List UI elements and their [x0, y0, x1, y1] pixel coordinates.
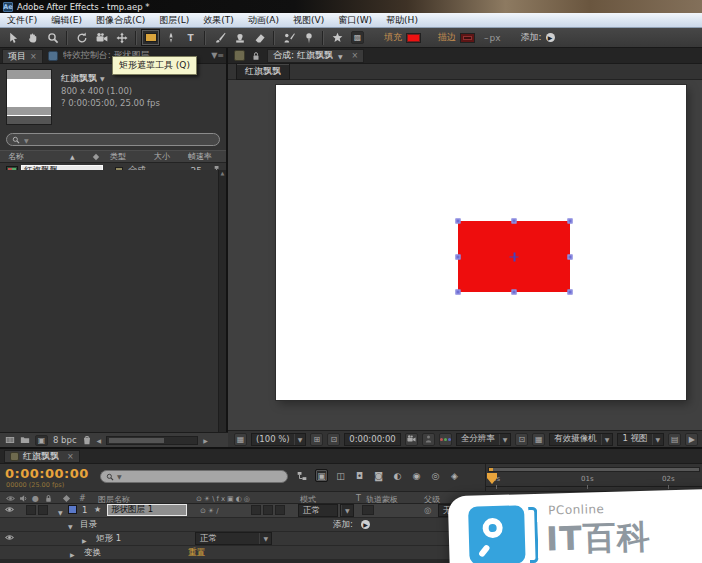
frame-blending-icon[interactable]: ◘	[353, 469, 366, 482]
show-snapshot-icon[interactable]	[422, 433, 435, 446]
rectangle-tool-button[interactable]	[141, 29, 160, 46]
close-icon[interactable]	[352, 51, 359, 60]
pen-tool-button[interactable]	[161, 29, 180, 46]
menu-help[interactable]: 帮助(H)	[379, 13, 425, 27]
rectangle-group-label[interactable]: 矩形 1	[96, 533, 121, 545]
panel-menu-icon[interactable]: ▼≡	[211, 51, 224, 60]
expand-icon[interactable]: ◈	[448, 469, 461, 482]
menu-window[interactable]: 窗口(W)	[331, 13, 379, 27]
add-arrow-icon[interactable]: ▶	[546, 33, 555, 42]
work-area-bar[interactable]	[488, 467, 700, 472]
column-t[interactable]: T	[356, 494, 361, 503]
column-type[interactable]: 类型	[110, 151, 154, 162]
eraser-tool-button[interactable]	[250, 29, 269, 46]
rotate-tool-button[interactable]	[72, 29, 91, 46]
brush-tool-button[interactable]	[210, 29, 229, 46]
column-size[interactable]: 大小	[154, 151, 188, 162]
clone-stamp-tool-button[interactable]	[230, 29, 249, 46]
interpret-footage-icon[interactable]	[5, 435, 15, 445]
mode-switch-box[interactable]	[251, 505, 261, 515]
column-fps[interactable]: 帧速率	[188, 151, 224, 162]
label-column-icon[interactable]	[92, 153, 110, 161]
composition-thumbnail[interactable]	[6, 69, 52, 125]
pickwhip-icon[interactable]: ◎	[424, 505, 431, 515]
roto-brush-tool-button[interactable]	[279, 29, 298, 46]
composition-canvas[interactable]	[276, 85, 686, 400]
timeline-search-box[interactable]: ▼	[100, 470, 288, 483]
contents-label[interactable]: 目录	[80, 519, 97, 531]
target-region-icon[interactable]: ⊡	[515, 433, 528, 446]
always-preview-icon[interactable]: ▦	[234, 433, 247, 446]
close-icon[interactable]	[30, 52, 37, 61]
add-label[interactable]: 添加:	[521, 31, 542, 44]
anchor-point-icon[interactable]	[510, 252, 519, 261]
menu-effect[interactable]: 效果(T)	[196, 13, 241, 27]
menu-edit[interactable]: 编辑(E)	[44, 13, 89, 27]
safe-zones-icon[interactable]: ⊞	[310, 433, 323, 446]
selection-handle[interactable]	[568, 254, 573, 259]
column-index[interactable]: #	[79, 494, 86, 503]
project-horizontal-scrollbar[interactable]	[106, 436, 198, 445]
hand-tool-button[interactable]	[23, 29, 42, 46]
selection-handle[interactable]	[456, 254, 461, 259]
menu-composition[interactable]: 图像合成(C)	[89, 13, 152, 27]
text-tool-button[interactable]: T	[181, 29, 200, 46]
timeline-search-input[interactable]	[125, 472, 265, 482]
workspace-option-button[interactable]: ▩	[348, 29, 367, 46]
layer-mode-dropdown[interactable]: 正常	[298, 504, 338, 517]
red-rectangle-shape[interactable]	[458, 221, 570, 292]
current-timecode[interactable]: 0:00:00:00	[5, 466, 89, 481]
group-expander-icon[interactable]	[82, 535, 87, 545]
solo-icon[interactable]: ●	[32, 494, 39, 503]
transform-label[interactable]: 变换	[84, 547, 101, 559]
mode-dropdown-arrow[interactable]: ▼	[340, 504, 354, 517]
project-search-box[interactable]	[6, 133, 220, 146]
lock-icon[interactable]	[249, 50, 263, 61]
region-of-interest-icon[interactable]: ⊡	[327, 433, 340, 446]
fill-label[interactable]: 填充	[384, 31, 402, 44]
draft-3d-icon[interactable]: ▣	[315, 469, 328, 482]
menu-animation[interactable]: 动画(A)	[241, 13, 286, 27]
layer-label-swatch[interactable]	[68, 505, 77, 514]
layer-switches-icons[interactable]: ⊙☀/	[200, 507, 221, 515]
add-arrow-icon[interactable]: ▶	[361, 520, 370, 529]
stroke-color-swatch[interactable]	[460, 33, 475, 43]
property-expander-icon[interactable]	[70, 549, 75, 559]
breadcrumb[interactable]: 红旗飘飘	[236, 63, 290, 80]
selection-tool-button[interactable]	[3, 29, 22, 46]
add-label[interactable]: 添加:	[333, 519, 353, 531]
trash-icon[interactable]	[82, 435, 92, 445]
snapshot-camera-icon[interactable]	[405, 433, 418, 446]
comp-mini-flowchart-icon[interactable]	[295, 469, 309, 482]
bit-depth-label[interactable]: 8 bpc	[53, 435, 77, 445]
star-option-button[interactable]	[328, 29, 347, 46]
transparency-grid-icon[interactable]: ▦	[532, 433, 545, 446]
camera-tool-button[interactable]	[92, 29, 111, 46]
layer-name-edit-field[interactable]: 形状图层 1	[107, 504, 187, 516]
menu-view[interactable]: 视图(V)	[286, 13, 331, 27]
trkmat-box[interactable]	[362, 505, 374, 515]
magnification-dropdown[interactable]: (100 %) ▼	[251, 433, 306, 446]
scroll-left-icon[interactable]: ◀	[97, 437, 102, 444]
composition-name[interactable]: 红旗飘飘	[61, 73, 97, 83]
layer-expander-icon[interactable]	[58, 507, 63, 517]
stroke-label[interactable]: 描边	[438, 31, 456, 44]
puppet-pin-tool-button[interactable]	[299, 29, 318, 46]
menu-file[interactable]: 文件(F)	[0, 13, 44, 27]
motion-blur-icon[interactable]: ◙	[372, 469, 385, 482]
pan-behind-tool-button[interactable]	[112, 29, 131, 46]
selection-handle[interactable]	[512, 219, 517, 224]
time-ruler[interactable]: 0s 01s 02s	[485, 464, 702, 491]
graph-editor-icon[interactable]: ◎	[429, 469, 442, 482]
solo-switch-box[interactable]	[38, 505, 48, 515]
audio-switch-box[interactable]	[26, 505, 36, 515]
search-options-icon[interactable]: ▼	[117, 473, 122, 480]
current-time-display[interactable]: 0:00:00:00	[344, 433, 400, 446]
new-folder-icon[interactable]	[20, 435, 30, 445]
close-icon[interactable]	[67, 452, 74, 461]
tab-menu-icon[interactable]	[338, 51, 343, 61]
menu-layer[interactable]: 图层(L)	[152, 13, 196, 27]
project-vertical-scrollbar[interactable]: ▲	[218, 170, 226, 432]
search-options-icon[interactable]	[24, 135, 29, 145]
eye-icon[interactable]	[5, 533, 14, 544]
